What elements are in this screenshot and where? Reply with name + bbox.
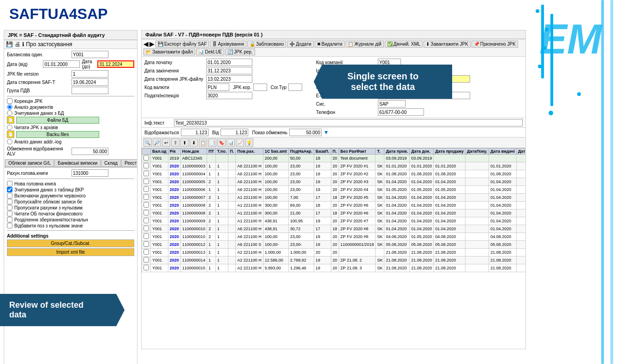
date-to-input[interactable]	[97, 60, 134, 68]
split-cb[interactable]	[7, 217, 12, 222]
file-link-1[interactable]: Файли БД	[16, 117, 99, 124]
row-checkbox[interactable]	[143, 265, 149, 270]
grid-btn-5[interactable]: ⬆	[180, 138, 189, 147]
tab-vat-registry[interactable]: Реєстр ПДВ	[121, 159, 137, 167]
table-row[interactable]: Y0012020110000001211A6 221100 S100,00-23…	[142, 241, 526, 249]
active-xml-btn[interactable]: ✅ Діючий. XML	[385, 41, 423, 48]
download-file-btn[interactable]: 📂 Завантажити файл	[143, 48, 195, 55]
tab-gl[interactable]: Облікові записи G/L	[5, 159, 54, 167]
skip-zero-cb[interactable]	[7, 205, 12, 210]
col-dataprov[interactable]: Дата пров.	[384, 149, 410, 155]
export-saf-btn[interactable]: 💾 Експорт файлу SAF	[155, 41, 209, 48]
table-row[interactable]: Y0012020110000001311A2 221100 H1.000,001…	[142, 249, 526, 257]
col-bal[interactable]: Бал.од	[151, 149, 168, 155]
table-row[interactable]: Y0012020110000001511A2 221100 H5.893,001…	[142, 264, 526, 272]
row-checkbox[interactable]	[143, 155, 149, 161]
grid-btn-7[interactable]: 📋	[199, 138, 207, 147]
grid-btn-6[interactable]: ⬇	[190, 138, 198, 147]
row-checkbox[interactable]	[143, 257, 149, 263]
col-p[interactable]: П.	[228, 149, 236, 155]
col-check[interactable]	[142, 149, 151, 155]
download-jpk-btn[interactable]: ⬇ Завантажити JPK	[424, 41, 470, 48]
col-datavid[interactable]: Дата видачі	[489, 149, 517, 155]
currency-input[interactable]	[206, 84, 229, 91]
phone-input[interactable]	[378, 108, 424, 116]
read-vkr-cb[interactable]	[7, 187, 12, 192]
group-cat-btn[interactable]: Group/Cat./Subcat.	[7, 239, 134, 247]
table-row[interactable]: Y0012020110000000311A6 221100 H100,0023,…	[142, 162, 526, 170]
read-db-radio[interactable]	[7, 110, 12, 116]
col-account[interactable]: Пов.рах.	[236, 149, 263, 155]
col-bez[interactable]: Без РахФакт	[339, 149, 376, 155]
vat-group-input[interactable]	[72, 87, 108, 94]
assigned-jpk-btn[interactable]: 📌 Призначено JPK	[472, 41, 518, 48]
jpk-cor-input[interactable]	[253, 84, 267, 91]
nav-back-icon[interactable]: ◀	[143, 40, 149, 48]
analysis-docs-radio[interactable]	[7, 104, 12, 110]
row-checkbox[interactable]	[143, 210, 149, 215]
correction-cb[interactable]	[7, 98, 12, 104]
grid-btn-10[interactable]: 📊	[227, 138, 235, 147]
grid-btn-1[interactable]: 🔍	[143, 138, 152, 147]
col-p2[interactable]: П.	[331, 149, 339, 155]
account-input[interactable]	[72, 169, 108, 177]
add-btn[interactable]: ➕ Додати	[287, 41, 314, 48]
row-checkbox[interactable]	[143, 179, 149, 184]
table-row[interactable]: Y0012019ABC12345200,0050,001820Test docu…	[142, 155, 526, 162]
archive-btn[interactable]: 🗄 Архівування	[210, 41, 246, 48]
limit-display-input[interactable]	[289, 129, 322, 136]
table-row[interactable]: Y0012020110000000921A1 221100 H438,91100…	[142, 217, 526, 225]
locked-btn[interactable]: 🔒 Заблоковано	[247, 41, 286, 48]
col-tpo[interactable]: Т.по.	[215, 149, 228, 155]
read-archive-radio[interactable]	[7, 125, 12, 130]
table-row[interactable]: Y0012020110000001411A2 221100 H12.586,00…	[142, 257, 526, 264]
col-1c[interactable]: 1С bas.amt	[263, 149, 288, 155]
row-checkbox[interactable]	[143, 241, 149, 247]
date-end-input[interactable]	[206, 67, 252, 74]
col-pod[interactable]: ПодНаАкр.	[288, 149, 314, 155]
tab-warehouse[interactable]: Склад	[101, 159, 121, 167]
limit-input[interactable]	[72, 148, 108, 155]
import-xml-btn[interactable]: Import xml file	[7, 248, 134, 256]
row-checkbox[interactable]	[143, 171, 149, 176]
table-row[interactable]: Y0012020110000000411A6 221100 H100,0023,…	[142, 170, 526, 178]
incl-red-cb[interactable]	[7, 193, 12, 198]
row-checkbox[interactable]	[143, 233, 149, 239]
action-log-btn[interactable]: 📋 Журнали дій	[346, 41, 384, 48]
table-row[interactable]: Y0012020110000000821A1 221100 H300,0021,…	[142, 209, 526, 217]
info-text-input[interactable]	[174, 119, 523, 126]
tab-bank[interactable]: Банківські виписки	[54, 159, 101, 167]
jpk-rep-btn[interactable]: 🔄 JPK рер.	[225, 48, 255, 55]
grid-btn-8[interactable]: 📑	[208, 138, 216, 147]
col-year[interactable]: Рік	[168, 149, 180, 155]
skip-records-cb[interactable]	[7, 199, 12, 204]
read-ob-cb[interactable]	[7, 211, 12, 216]
grid-btn-3[interactable]: ↩	[162, 138, 170, 147]
grid-btn-12[interactable]: 💡	[245, 138, 253, 147]
col-doc[interactable]: Ном.док	[180, 149, 207, 155]
cor-typ-input[interactable]	[288, 84, 302, 91]
addr-log-radio[interactable]	[7, 139, 12, 144]
table-row[interactable]: Y0012020110000001021A6 221100 H438,9130,…	[142, 225, 526, 233]
date-jpk-input[interactable]	[206, 75, 252, 83]
row-checkbox[interactable]	[143, 249, 149, 255]
date-start-input[interactable]	[206, 59, 252, 66]
date-from-input[interactable]	[43, 60, 80, 68]
col-t[interactable]: Т.	[376, 149, 384, 155]
grid-btn-9[interactable]: 🔖	[217, 138, 226, 147]
remove-zero-cb[interactable]	[7, 223, 12, 228]
table-row[interactable]: Y0012020110000001021A6 221100 H100,0023,…	[142, 233, 526, 241]
col-datapoku[interactable]: ДатаПоку.	[466, 149, 489, 155]
file-link-2[interactable]: Backu.files	[16, 131, 99, 138]
jpk-version-input[interactable]	[72, 70, 108, 78]
save-icon[interactable]: 💾	[6, 41, 13, 48]
row-checkbox[interactable]	[143, 226, 149, 231]
grid-btn-4[interactable]: ⇧	[171, 138, 179, 147]
row-checkbox[interactable]	[143, 194, 149, 200]
grid-btn-11[interactable]: 📈	[236, 138, 244, 147]
table-row[interactable]: Y0012020110000000821A1 221100 H300,0069,…	[142, 202, 526, 209]
nav-fwd-icon[interactable]: ▶	[149, 40, 155, 48]
grid-btn-2[interactable]: 🔎	[153, 138, 161, 147]
row-checkbox[interactable]	[143, 163, 149, 168]
table-row[interactable]: Y0012020110000000521A6 221100 H100,0023,…	[142, 178, 526, 186]
